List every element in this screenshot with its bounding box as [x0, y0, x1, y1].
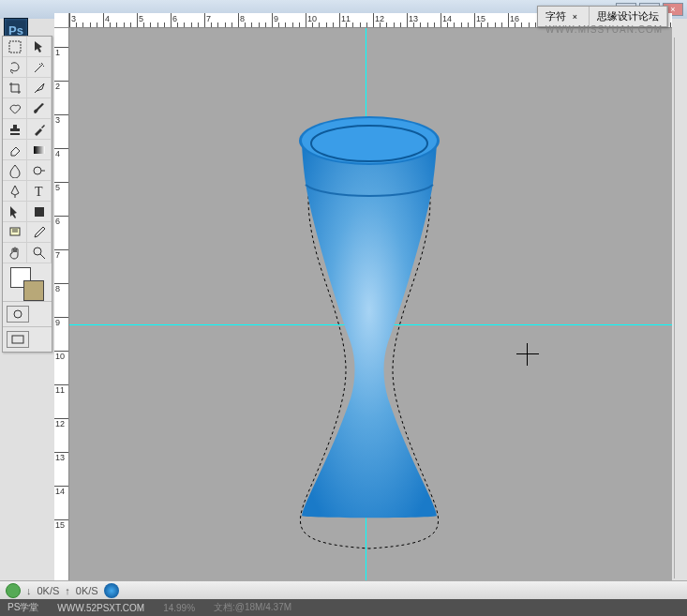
- stamp-tool[interactable]: [3, 119, 27, 140]
- crop-tool[interactable]: [3, 78, 27, 98]
- type-tool[interactable]: T: [27, 181, 52, 202]
- gradient-tool[interactable]: [27, 140, 52, 160]
- move-tool[interactable]: [27, 37, 52, 57]
- cursor-crosshair: [516, 343, 539, 366]
- marquee-tool[interactable]: [3, 37, 27, 57]
- tab-label: 字符: [545, 10, 566, 22]
- brush-tool[interactable]: [27, 98, 52, 119]
- watermark-top: WWW.MISSYUAN.COM: [545, 24, 663, 35]
- heal-tool[interactable]: [3, 98, 27, 119]
- vase-artwork: [257, 98, 482, 567]
- doc-info: 文档:@18M/4.37M: [214, 601, 291, 614]
- right-scrollbar[interactable]: [674, 38, 687, 578]
- screen-mode-icon[interactable]: [7, 331, 29, 348]
- dodge-tool[interactable]: [27, 160, 52, 181]
- tab-forum[interactable]: 思缘设计论坛: [590, 7, 667, 26]
- shape-tool[interactable]: [27, 202, 52, 222]
- download-arrow: ↓: [26, 585, 32, 596]
- zoom-level: 14.99%: [163, 603, 195, 613]
- lasso-tool[interactable]: [3, 57, 27, 78]
- download-speed: 0K/S: [37, 585, 60, 596]
- svg-rect-8: [12, 336, 23, 343]
- screenmode-row: [3, 326, 52, 352]
- tools-panel: T: [2, 36, 52, 353]
- slice-tool[interactable]: [27, 78, 52, 98]
- color-swatches[interactable]: [3, 263, 52, 301]
- blur-tool[interactable]: [3, 160, 27, 181]
- quickmask-row: [3, 301, 52, 326]
- tab-character[interactable]: 字符 ×: [538, 7, 590, 26]
- vertical-ruler[interactable]: 123456789101112131415: [54, 28, 69, 601]
- svg-point-2: [34, 167, 41, 174]
- svg-point-6: [34, 248, 41, 255]
- canvas[interactable]: [69, 28, 672, 601]
- network-icon[interactable]: [6, 583, 21, 598]
- site-name: PS学堂: [7, 601, 38, 614]
- site-url: WWW.52PSXT.COM: [57, 603, 144, 613]
- canvas-area: 34567891011121314151617181920 1234567891…: [54, 13, 672, 601]
- eraser-tool[interactable]: [3, 140, 27, 160]
- notes-tool[interactable]: [3, 222, 27, 243]
- svg-rect-0: [9, 41, 21, 53]
- bottom-bar: PS学堂 WWW.52PSXT.COM 14.99% 文档:@18M/4.37M: [0, 599, 687, 616]
- svg-text:T: T: [35, 185, 43, 199]
- ie-icon[interactable]: [104, 583, 119, 598]
- upload-speed: 0K/S: [76, 585, 98, 596]
- svg-point-7: [14, 310, 22, 318]
- history-brush-tool[interactable]: [27, 119, 52, 140]
- ruler-origin[interactable]: [54, 13, 69, 28]
- background-swatch[interactable]: [23, 280, 44, 301]
- hand-tool[interactable]: [3, 243, 27, 263]
- eyedropper-tool[interactable]: [27, 222, 52, 243]
- svg-rect-1: [34, 146, 45, 154]
- status-bar: ↓ 0K/S ↑ 0K/S: [0, 580, 687, 599]
- standard-mode-icon[interactable]: [7, 306, 29, 323]
- tab-close-icon[interactable]: ×: [569, 12, 581, 22]
- pen-tool[interactable]: [3, 181, 27, 202]
- zoom-tool[interactable]: [27, 243, 52, 263]
- svg-rect-4: [35, 207, 44, 217]
- upload-arrow: ↑: [65, 585, 70, 596]
- path-select-tool[interactable]: [3, 202, 27, 222]
- wand-tool[interactable]: [27, 57, 52, 78]
